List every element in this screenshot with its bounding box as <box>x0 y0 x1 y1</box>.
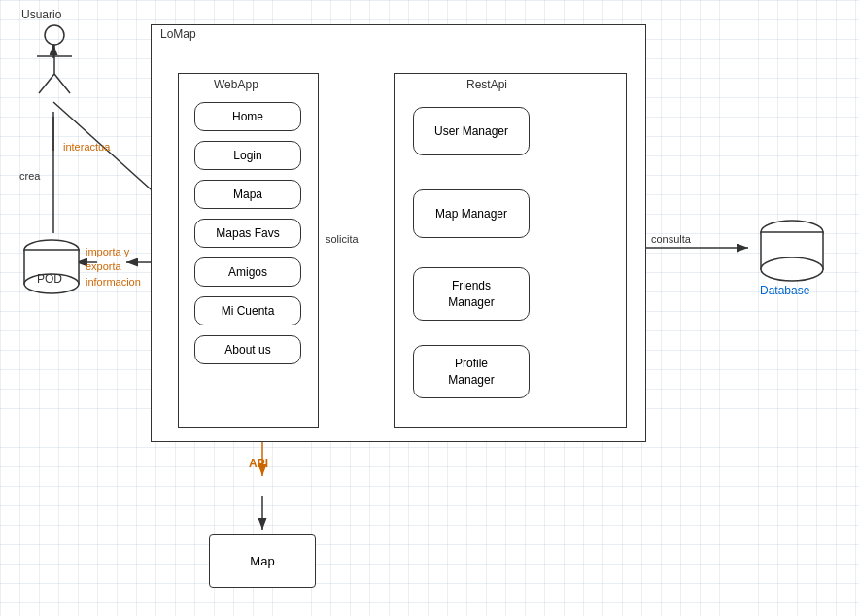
profile-manager-box: ProfileManager <box>413 345 530 398</box>
friends-manager-box: FriendsManager <box>413 267 530 321</box>
usuario-figure <box>27 17 81 105</box>
profile-manager-label: ProfileManager <box>448 356 494 389</box>
home-box: Home <box>194 102 301 131</box>
mapas-favs-box: Mapas Favs <box>194 219 301 248</box>
restapi-label: RestApi <box>466 78 507 91</box>
map-box: Map <box>209 534 316 588</box>
solicita-label: solicita <box>326 233 359 245</box>
friends-manager-label: FriendsManager <box>448 278 494 311</box>
svg-line-16 <box>39 74 54 93</box>
about-us-box: About us <box>194 335 301 364</box>
database-label: Database <box>760 284 809 297</box>
database-figure <box>753 219 831 282</box>
user-manager-box: User Manager <box>413 107 530 155</box>
interactua-label: interactua <box>63 141 110 153</box>
map-manager-box: Map Manager <box>413 189 530 238</box>
webapp-label: WebApp <box>214 78 258 91</box>
svg-line-17 <box>54 74 70 93</box>
usuario-label: Usuario <box>21 8 61 21</box>
importa-label: importa yexportainformacion <box>86 245 141 290</box>
amigos-box: Amigos <box>194 257 301 287</box>
pod-label: POD <box>37 272 62 286</box>
mapa-box: Mapa <box>194 180 301 209</box>
mi-cuenta-box: Mi Cuenta <box>194 296 301 325</box>
diagram-canvas: LoMap WebApp Home Login Mapa Mapas Favs … <box>0 0 859 616</box>
pod-figure <box>17 238 86 296</box>
crea-label: crea <box>19 170 40 182</box>
lomap-label: LoMap <box>160 27 196 41</box>
login-box: Login <box>194 141 301 170</box>
consulta-label: consulta <box>651 233 691 245</box>
api-label: API <box>249 457 268 470</box>
svg-point-13 <box>45 25 64 45</box>
svg-point-23 <box>761 257 823 281</box>
